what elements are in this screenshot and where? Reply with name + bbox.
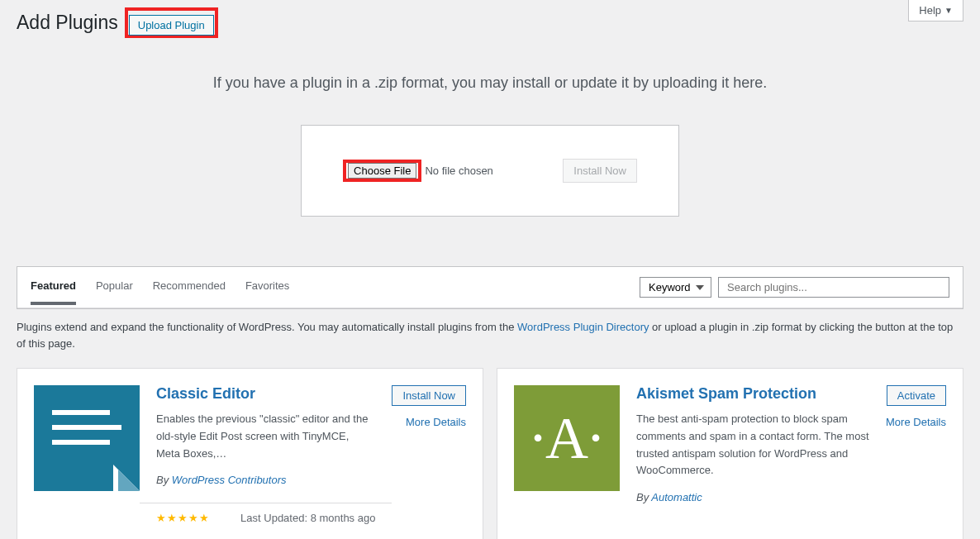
install-now-upload-button[interactable]: Install Now (563, 159, 637, 183)
author-link[interactable]: WordPress Contributors (172, 474, 287, 486)
plugin-author: By WordPress Contributors (156, 474, 375, 486)
page-title: Add Plugins Upload Plugin (0, 0, 980, 41)
upload-area: If you have a plugin in a .zip format, y… (0, 74, 980, 217)
install-now-button[interactable]: Install Now (392, 385, 466, 406)
intro-link[interactable]: WordPress Plugin Directory (517, 321, 649, 333)
search-type-select[interactable]: Keyword (640, 277, 711, 298)
more-details-link[interactable]: More Details (406, 416, 466, 428)
plugin-card-akismet: ·A· Akismet Spam Protection The best ant… (497, 368, 963, 539)
plugin-cards: Classic Editor Enables the previous "cla… (0, 368, 980, 539)
plugin-author: By Automattic (636, 491, 869, 503)
filter-bar: Featured Popular Recommended Favorites K… (17, 267, 963, 308)
author-prefix: By (636, 491, 651, 503)
more-details-link[interactable]: More Details (886, 416, 946, 428)
plugin-actions: Install Now More Details (392, 385, 466, 524)
search-input[interactable] (718, 277, 949, 298)
plugin-info: Akismet Spam Protection The best anti-sp… (636, 385, 869, 524)
help-tab[interactable]: Help ▼ (908, 0, 963, 21)
tab-favorites[interactable]: Favorites (245, 279, 289, 295)
card-bottom: ★★★★★ Last Updated: 8 months ago (140, 503, 392, 524)
author-prefix: By (156, 474, 172, 486)
plugin-browser: Featured Popular Recommended Favorites K… (17, 266, 963, 309)
star-rating-icon: ★★★★★ (156, 512, 210, 524)
upload-form: Choose File No file chosen Install Now (301, 125, 679, 217)
plugin-icon-akismet: ·A· (514, 385, 620, 491)
intro-text-1: Plugins extend and expand the functional… (17, 321, 517, 333)
page-title-text: Add Plugins (17, 12, 118, 34)
last-updated: Last Updated: 8 months ago (240, 512, 375, 524)
plugin-actions: Activate More Details (886, 385, 946, 524)
plugin-desc: Enables the previous "classic" editor an… (156, 411, 375, 462)
plugin-info: Classic Editor Enables the previous "cla… (156, 385, 375, 524)
plugin-name[interactable]: Classic Editor (156, 385, 375, 403)
chevron-down-icon: ▼ (944, 6, 953, 15)
tab-popular[interactable]: Popular (96, 279, 133, 295)
plugin-desc: The best anti-spam protection to block s… (636, 411, 869, 479)
intro-text: Plugins extend and expand the functional… (0, 319, 980, 351)
highlight-upload: Upload Plugin (125, 7, 218, 38)
activate-button[interactable]: Activate (887, 385, 946, 406)
no-file-text: No file chosen (425, 165, 492, 177)
upload-instruction: If you have a plugin in a .zip format, y… (0, 74, 980, 92)
filter-tabs: Featured Popular Recommended Favorites (31, 279, 289, 295)
upload-plugin-button[interactable]: Upload Plugin (129, 15, 214, 36)
plugin-icon-classic-editor (34, 385, 140, 491)
help-label: Help (919, 4, 941, 17)
plugin-name[interactable]: Akismet Spam Protection (636, 385, 869, 403)
choose-file-button[interactable]: Choose File (348, 163, 416, 179)
highlight-choose-file: Choose File (343, 160, 421, 182)
plugin-card-classic-editor: Classic Editor Enables the previous "cla… (17, 368, 483, 539)
tab-featured[interactable]: Featured (31, 279, 76, 305)
search-area: Keyword (640, 277, 949, 298)
tab-recommended[interactable]: Recommended (153, 279, 226, 295)
author-link[interactable]: Automattic (651, 491, 702, 503)
